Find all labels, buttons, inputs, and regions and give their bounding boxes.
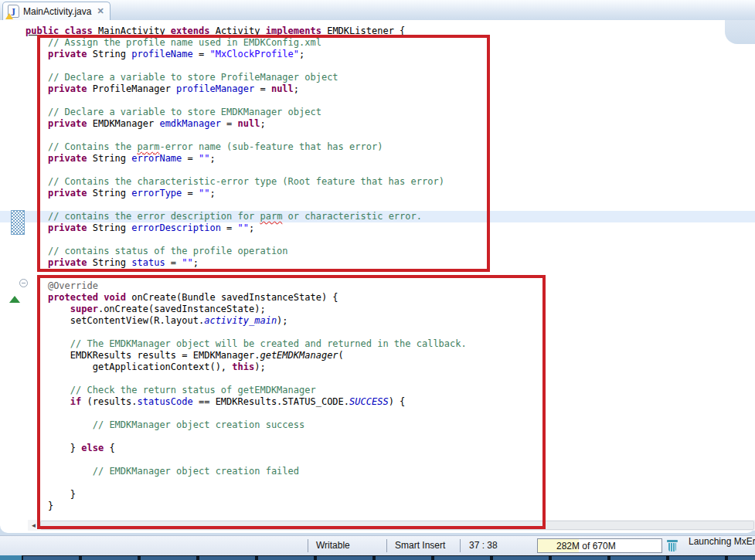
writable-status: Writable <box>316 540 350 551</box>
taskbar-edge <box>0 555 755 560</box>
range-indicator-marker <box>11 210 25 235</box>
tab-title: MainActivity.java <box>23 6 91 17</box>
annotation-box-oncreate <box>37 275 546 529</box>
editor-tab-bar: J MainActivity.java ✕ <box>0 0 755 20</box>
heap-usage-text: 282M of 670M <box>556 541 616 552</box>
insert-mode-status: Smart Insert <box>395 540 445 551</box>
last-edit-arrow-icon <box>9 296 20 303</box>
status-separator <box>308 539 308 552</box>
tab-mainactivity[interactable]: J MainActivity.java ✕ <box>2 2 111 20</box>
garbage-collect-button[interactable] <box>666 540 678 552</box>
heap-status-gauge: 282M of 670M <box>537 538 662 553</box>
progress-message: Launching MxErrorsTutor <box>689 536 755 547</box>
tab-folder-corner <box>725 20 755 44</box>
warning-overlay-icon <box>5 13 13 19</box>
status-bar: Writable Smart Insert 37 : 38 282M of 67… <box>0 535 755 555</box>
caret-position: 37 : 38 <box>469 540 498 551</box>
taskbar-segment <box>0 555 22 560</box>
trash-lid-icon <box>667 540 678 542</box>
java-file-icon: J <box>8 5 19 18</box>
fold-collapse-icon[interactable] <box>19 279 28 287</box>
close-icon[interactable]: ✕ <box>97 6 104 16</box>
status-separator <box>460 539 461 552</box>
status-separator <box>386 539 387 552</box>
annotation-box-fields <box>37 35 490 272</box>
taskbar-segments <box>23 556 755 560</box>
trash-body-icon <box>668 543 676 552</box>
